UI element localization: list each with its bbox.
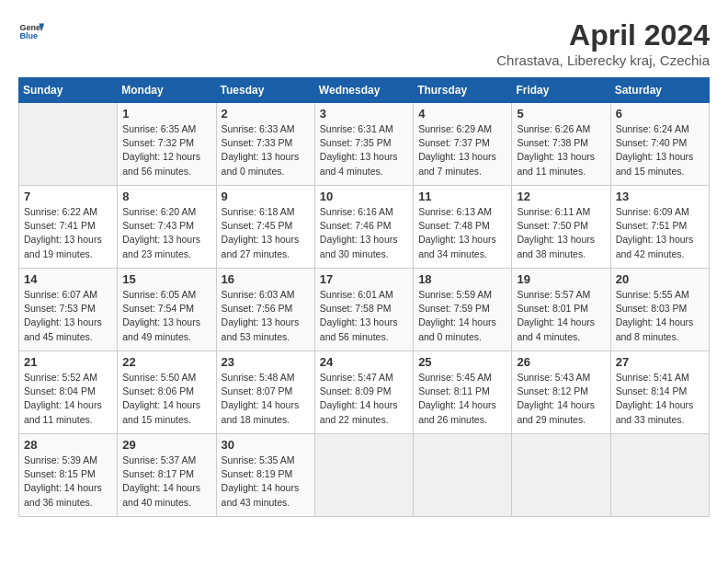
calendar-cell: 15Sunrise: 6:05 AMSunset: 7:54 PMDayligh… — [118, 269, 216, 351]
weekday-header-thursday: Thursday — [414, 78, 512, 103]
page-header: General Blue April 2024 Chrastava, Liber… — [18, 18, 710, 68]
calendar-cell — [314, 434, 413, 517]
day-info: Sunrise: 6:24 AMSunset: 7:40 PMDaylight:… — [616, 122, 704, 178]
day-number: 2 — [222, 107, 310, 121]
svg-text:Blue: Blue — [19, 31, 38, 40]
calendar-cell: 9Sunrise: 6:18 AMSunset: 7:45 PMDaylight… — [216, 186, 314, 269]
day-info: Sunrise: 6:16 AMSunset: 7:46 PMDaylight:… — [320, 205, 408, 261]
day-number: 22 — [122, 355, 210, 369]
day-info: Sunrise: 5:57 AMSunset: 8:01 PMDaylight:… — [517, 288, 605, 344]
calendar-cell: 14Sunrise: 6:07 AMSunset: 7:53 PMDayligh… — [19, 269, 118, 351]
day-number: 16 — [222, 272, 310, 286]
day-number: 25 — [418, 355, 506, 369]
day-info: Sunrise: 6:18 AMSunset: 7:45 PMDaylight:… — [222, 205, 310, 261]
month-title: April 2024 — [496, 18, 710, 52]
day-number: 19 — [517, 272, 605, 286]
day-number: 24 — [320, 355, 408, 369]
calendar-table: SundayMondayTuesdayWednesdayThursdayFrid… — [18, 77, 710, 517]
day-info: Sunrise: 6:35 AMSunset: 7:32 PMDaylight:… — [122, 122, 210, 178]
calendar-cell: 3Sunrise: 6:31 AMSunset: 7:35 PMDaylight… — [314, 103, 413, 186]
calendar-cell: 20Sunrise: 5:55 AMSunset: 8:03 PMDayligh… — [610, 269, 709, 351]
day-info: Sunrise: 5:37 AMSunset: 8:17 PMDaylight:… — [122, 454, 210, 510]
day-info: Sunrise: 6:11 AMSunset: 7:50 PMDaylight:… — [517, 205, 605, 261]
calendar-header: SundayMondayTuesdayWednesdayThursdayFrid… — [19, 78, 710, 103]
calendar-cell: 11Sunrise: 6:13 AMSunset: 7:48 PMDayligh… — [414, 186, 512, 269]
day-number: 9 — [222, 190, 310, 203]
calendar-cell: 1Sunrise: 6:35 AMSunset: 7:32 PMDaylight… — [118, 103, 216, 186]
calendar-week-row: 21Sunrise: 5:52 AMSunset: 8:04 PMDayligh… — [19, 351, 710, 434]
day-info: Sunrise: 5:35 AMSunset: 8:19 PMDaylight:… — [222, 454, 310, 510]
day-info: Sunrise: 5:59 AMSunset: 7:59 PMDaylight:… — [418, 288, 506, 344]
calendar-cell: 13Sunrise: 6:09 AMSunset: 7:51 PMDayligh… — [610, 186, 709, 269]
day-info: Sunrise: 6:29 AMSunset: 7:37 PMDaylight:… — [418, 122, 506, 178]
weekday-header-wednesday: Wednesday — [314, 78, 413, 103]
calendar-cell: 6Sunrise: 6:24 AMSunset: 7:40 PMDaylight… — [610, 103, 709, 186]
calendar-cell: 8Sunrise: 6:20 AMSunset: 7:43 PMDaylight… — [118, 186, 216, 269]
calendar-cell — [610, 434, 709, 517]
day-number: 17 — [320, 272, 408, 286]
day-info: Sunrise: 5:45 AMSunset: 8:11 PMDaylight:… — [418, 371, 506, 427]
day-info: Sunrise: 6:31 AMSunset: 7:35 PMDaylight:… — [320, 122, 408, 178]
weekday-header-friday: Friday — [512, 78, 610, 103]
day-number: 13 — [616, 190, 704, 203]
day-info: Sunrise: 5:43 AMSunset: 8:12 PMDaylight:… — [517, 371, 605, 427]
day-info: Sunrise: 5:41 AMSunset: 8:14 PMDaylight:… — [616, 371, 704, 427]
logo: General Blue — [18, 18, 44, 44]
day-info: Sunrise: 5:39 AMSunset: 8:15 PMDaylight:… — [24, 454, 112, 510]
calendar-cell: 24Sunrise: 5:47 AMSunset: 8:09 PMDayligh… — [314, 351, 413, 434]
day-info: Sunrise: 6:09 AMSunset: 7:51 PMDaylight:… — [616, 205, 704, 261]
day-info: Sunrise: 6:01 AMSunset: 7:58 PMDaylight:… — [320, 288, 408, 344]
calendar-cell: 29Sunrise: 5:37 AMSunset: 8:17 PMDayligh… — [118, 434, 216, 517]
day-info: Sunrise: 5:50 AMSunset: 8:06 PMDaylight:… — [122, 371, 210, 427]
day-number: 29 — [122, 438, 210, 452]
day-info: Sunrise: 6:07 AMSunset: 7:53 PMDaylight:… — [24, 288, 112, 344]
weekday-header-saturday: Saturday — [610, 78, 709, 103]
calendar-cell: 19Sunrise: 5:57 AMSunset: 8:01 PMDayligh… — [512, 269, 610, 351]
calendar-body: 1Sunrise: 6:35 AMSunset: 7:32 PMDaylight… — [19, 103, 710, 517]
calendar-cell: 12Sunrise: 6:11 AMSunset: 7:50 PMDayligh… — [512, 186, 610, 269]
day-number: 18 — [418, 272, 506, 286]
day-number: 4 — [418, 107, 506, 121]
calendar-cell: 17Sunrise: 6:01 AMSunset: 7:58 PMDayligh… — [314, 269, 413, 351]
location: Chrastava, Liberecky kraj, Czechia — [496, 52, 710, 68]
logo-icon: General Blue — [18, 18, 44, 44]
day-number: 26 — [517, 355, 605, 369]
day-number: 10 — [320, 190, 408, 203]
calendar-cell: 22Sunrise: 5:50 AMSunset: 8:06 PMDayligh… — [118, 351, 216, 434]
day-number: 5 — [517, 107, 605, 121]
day-number: 11 — [418, 190, 506, 203]
day-number: 28 — [24, 438, 112, 452]
day-number: 3 — [320, 107, 408, 121]
day-info: Sunrise: 5:52 AMSunset: 8:04 PMDaylight:… — [24, 371, 112, 427]
day-number: 7 — [24, 190, 112, 203]
calendar-cell — [512, 434, 610, 517]
weekday-header-monday: Monday — [118, 78, 216, 103]
calendar-cell: 30Sunrise: 5:35 AMSunset: 8:19 PMDayligh… — [216, 434, 314, 517]
calendar-cell: 18Sunrise: 5:59 AMSunset: 7:59 PMDayligh… — [414, 269, 512, 351]
calendar-cell: 21Sunrise: 5:52 AMSunset: 8:04 PMDayligh… — [19, 351, 118, 434]
day-number: 27 — [616, 355, 704, 369]
day-number: 15 — [122, 272, 210, 286]
calendar-cell: 26Sunrise: 5:43 AMSunset: 8:12 PMDayligh… — [512, 351, 610, 434]
day-info: Sunrise: 6:20 AMSunset: 7:43 PMDaylight:… — [122, 205, 210, 261]
day-number: 14 — [24, 272, 112, 286]
day-number: 23 — [222, 355, 310, 369]
day-number: 1 — [122, 107, 210, 121]
calendar-cell: 16Sunrise: 6:03 AMSunset: 7:56 PMDayligh… — [216, 269, 314, 351]
day-info: Sunrise: 5:48 AMSunset: 8:07 PMDaylight:… — [222, 371, 310, 427]
day-number: 20 — [616, 272, 704, 286]
day-info: Sunrise: 5:47 AMSunset: 8:09 PMDaylight:… — [320, 371, 408, 427]
calendar-cell: 27Sunrise: 5:41 AMSunset: 8:14 PMDayligh… — [610, 351, 709, 434]
day-number: 8 — [122, 190, 210, 203]
calendar-cell: 25Sunrise: 5:45 AMSunset: 8:11 PMDayligh… — [414, 351, 512, 434]
calendar-week-row: 7Sunrise: 6:22 AMSunset: 7:41 PMDaylight… — [19, 186, 710, 269]
weekday-header-row: SundayMondayTuesdayWednesdayThursdayFrid… — [19, 78, 710, 103]
day-info: Sunrise: 6:26 AMSunset: 7:38 PMDaylight:… — [517, 122, 605, 178]
calendar-cell: 23Sunrise: 5:48 AMSunset: 8:07 PMDayligh… — [216, 351, 314, 434]
calendar-week-row: 14Sunrise: 6:07 AMSunset: 7:53 PMDayligh… — [19, 269, 710, 351]
calendar-week-row: 28Sunrise: 5:39 AMSunset: 8:15 PMDayligh… — [19, 434, 710, 517]
weekday-header-tuesday: Tuesday — [216, 78, 314, 103]
day-info: Sunrise: 5:55 AMSunset: 8:03 PMDaylight:… — [616, 288, 704, 344]
calendar-cell: 28Sunrise: 5:39 AMSunset: 8:15 PMDayligh… — [19, 434, 118, 517]
calendar-cell: 5Sunrise: 6:26 AMSunset: 7:38 PMDaylight… — [512, 103, 610, 186]
